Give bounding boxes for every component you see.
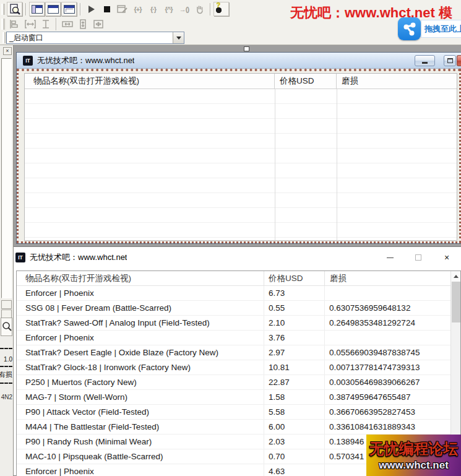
- minimize-button[interactable]: [415, 55, 435, 66]
- close-button[interactable]: [457, 55, 461, 66]
- combobox-value: _启动窗口: [7, 32, 173, 43]
- run-button[interactable]: [84, 2, 99, 16]
- step-out-button[interactable]: {^}: [161, 2, 176, 16]
- align-center-icon: [41, 19, 51, 29]
- align-horizontal-button[interactable]: [7, 17, 22, 31]
- program-window-button[interactable]: [45, 2, 61, 16]
- designer-window: IT 无忧技术吧：www.whct.net 物品名称(双击打开游戏检视) 价格U…: [16, 52, 461, 244]
- close-icon: ×: [444, 253, 449, 262]
- table-row[interactable]: Enforcer | Phoenix 6.73: [17, 286, 452, 301]
- column-header-name[interactable]: 物品名称(双击打开游戏检视): [17, 271, 264, 285]
- table-header-row: 物品名称(双击打开游戏检视) 价格USD 磨损: [17, 271, 452, 286]
- scrollbar-thumb[interactable]: [452, 282, 460, 322]
- close-button[interactable]: ×: [433, 247, 461, 268]
- minimize-icon: [387, 257, 394, 258]
- table-row[interactable]: StatTrak? Sawed-Off | Analog Input (Fiel…: [17, 316, 452, 331]
- panel-close-button[interactable]: ×: [3, 47, 12, 55]
- step-over-button[interactable]: {·}: [145, 2, 161, 16]
- item-name-cell: MAC-10 | Pipsqueak (Battle-Scarred): [17, 449, 264, 464]
- table-row[interactable]: M4A4 | The Battlestar (Field-Tested) 6.0…: [17, 420, 452, 435]
- run-to-cursor-button[interactable]: →(): [176, 2, 192, 16]
- item-wear-cell: 0.3874959647655487: [325, 390, 452, 404]
- drag-share-badge[interactable]: [398, 17, 421, 40]
- item-price-cell: 6.73: [264, 286, 325, 300]
- stop-icon: [104, 6, 110, 12]
- space-equal-icon: [25, 19, 36, 29]
- same-height-icon: [78, 19, 88, 29]
- pause-button[interactable]: [192, 2, 207, 16]
- empty-table-grid: [25, 89, 457, 240]
- column-header-wear[interactable]: 磨损: [325, 271, 452, 285]
- designer-titlebar[interactable]: IT 无忧技术吧：www.whct.net: [17, 53, 461, 69]
- column-header-price[interactable]: 价格USD: [264, 271, 325, 285]
- item-price-cell: 1.58: [264, 390, 325, 404]
- maximize-button[interactable]: [404, 247, 433, 268]
- toolbar-grip[interactable]: [1, 4, 5, 15]
- drag-here-label[interactable]: 拖拽至此上: [421, 20, 461, 38]
- designer-window-title: 无忧技术吧：www.whct.net: [37, 55, 134, 66]
- watermark-url: www.whct.net: [379, 459, 449, 472]
- form-window-button[interactable]: [29, 2, 45, 16]
- resource-window-icon: [64, 5, 75, 14]
- view-source-button[interactable]: [7, 2, 22, 16]
- table-row[interactable]: StatTrak? Desert Eagle | Oxide Blaze (Fa…: [17, 345, 452, 360]
- space-equal-button[interactable]: [22, 17, 38, 31]
- same-height-button[interactable]: [75, 17, 90, 31]
- stop-button[interactable]: [99, 2, 114, 16]
- same-width-button[interactable]: [59, 17, 75, 31]
- toolbar-grip[interactable]: [1, 19, 5, 30]
- minimize-button[interactable]: [376, 247, 404, 268]
- step-out-icon: {^}: [165, 6, 173, 13]
- item-price-cell: 0.70: [264, 449, 325, 464]
- align-center-button[interactable]: [38, 17, 53, 31]
- resource-window-button[interactable]: [61, 2, 77, 16]
- items-table-empty[interactable]: 物品名称(双击打开游戏检视) 价格USD 磨损: [24, 73, 457, 241]
- toolbox-button[interactable]: [1, 309, 12, 318]
- same-size-icon: [93, 19, 104, 29]
- step-into-button[interactable]: {+}: [130, 2, 145, 16]
- item-wear-cell: 0.36670663952827453: [325, 405, 452, 419]
- clipped-text-fragment: 1.0: [4, 356, 12, 363]
- item-name-cell: SSG 08 | Fever Dream (Battle-Scarred): [17, 301, 264, 315]
- maximize-button[interactable]: [444, 55, 456, 66]
- item-name-cell: Enforcer | Phoenix: [17, 464, 264, 476]
- designer-resize-handle[interactable]: [244, 46, 249, 51]
- designer-form-body: 物品名称(双击打开游戏检视) 价格USD 磨损: [17, 69, 461, 243]
- magnifier-icon: [2, 321, 12, 332]
- app-titlebar[interactable]: IT 无忧技术吧：www.whct.net ×: [10, 247, 461, 268]
- edit-debug-button[interactable]: [114, 2, 130, 16]
- share-dots-icon: [402, 21, 418, 37]
- toolbox-list[interactable]: [1, 58, 12, 298]
- item-wear-cell: 0.33610841631889343: [325, 420, 452, 434]
- table-row[interactable]: P250 | Muertos (Factory New) 22.87 0.003…: [17, 375, 452, 390]
- table-row[interactable]: SSG 08 | Fever Dream (Battle-Scarred) 0.…: [17, 301, 452, 316]
- item-price-cell: 2.03: [264, 435, 325, 449]
- item-wear-cell: 0.007137781474739313: [325, 360, 452, 374]
- toolbox-button[interactable]: [1, 300, 12, 309]
- column-header-price[interactable]: 价格USD: [275, 74, 337, 89]
- find-button[interactable]: ?: [213, 2, 229, 16]
- item-name-cell: MAG-7 | Storm (Well-Worn): [17, 390, 264, 404]
- item-name-cell: M4A4 | The Battlestar (Field-Tested): [17, 420, 264, 434]
- item-price-cell: 0.55: [264, 301, 325, 315]
- table-row[interactable]: MAG-7 | Storm (Well-Worn) 1.58 0.3874959…: [17, 390, 452, 405]
- scroll-up-button[interactable]: [451, 271, 461, 282]
- startup-window-combobox[interactable]: _启动窗口: [6, 32, 184, 44]
- align-horizontal-icon: [9, 19, 20, 29]
- item-name-cell: Enforcer | Phoenix: [17, 331, 264, 345]
- same-size-button[interactable]: [90, 17, 106, 31]
- maximize-icon: [415, 254, 421, 261]
- zoom-tool-button[interactable]: [1, 318, 12, 336]
- column-header-wear[interactable]: 磨损: [337, 74, 457, 89]
- item-price-cell: 2.10: [264, 316, 325, 330]
- combobox-dropdown-button[interactable]: [173, 32, 184, 43]
- table-row[interactable]: Enforcer | Phoenix 3.76: [17, 331, 452, 345]
- toolbar-separator: [210, 3, 211, 15]
- table-row[interactable]: StatTrak? Glock-18 | Ironwork (Factory N…: [17, 360, 452, 375]
- run-to-cursor-icon: →(): [179, 6, 189, 13]
- column-header-name[interactable]: 物品名称(双击打开游戏检视): [25, 74, 275, 89]
- table-row[interactable]: P90 | Attack Vector (Field-Tested) 5.58 …: [17, 405, 452, 420]
- item-name-cell: StatTrak? Desert Eagle | Oxide Blaze (Fa…: [17, 345, 264, 360]
- item-name-cell: P90 | Attack Vector (Field-Tested): [17, 405, 264, 419]
- column-divider: [337, 89, 337, 240]
